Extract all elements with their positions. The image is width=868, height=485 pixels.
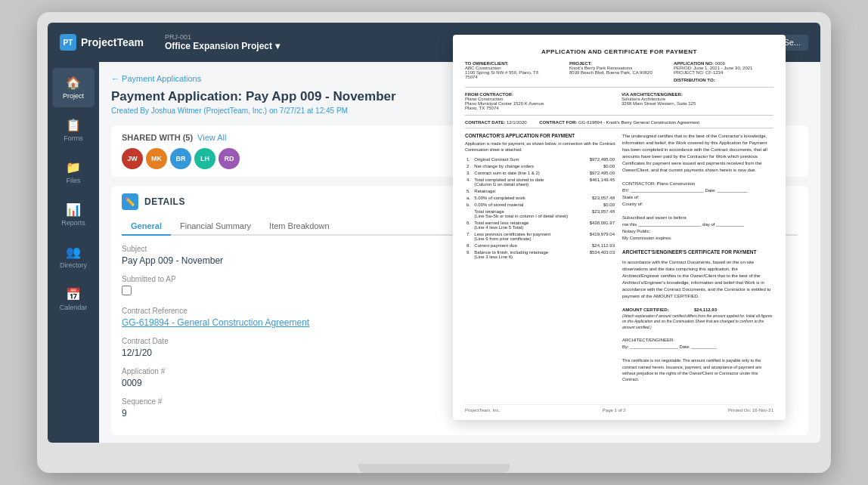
doc-owner-col: TO OWNER/CLIENT: ABC Construction1100 Sp… xyxy=(465,61,565,82)
doc-item-5b-num: b. xyxy=(465,201,473,208)
logo-text: ProjectTeam xyxy=(81,36,144,48)
doc-item-5a-num: a. xyxy=(465,194,473,201)
doc-attach-note: (Attach explanation if amount certified … xyxy=(622,314,773,331)
doc-non-negotiable: This certificate is not negotiable. The … xyxy=(622,357,773,382)
sidebar-item-files[interactable]: 📁 Files xyxy=(52,153,95,192)
chevron-down-icon: ▾ xyxy=(275,41,280,51)
doc-contractor-name: CONTRACTOR: Plano Construction xyxy=(622,181,773,187)
avatar-3: BR xyxy=(170,148,191,169)
doc-arch-cert-title: ARCHITECT'S/ENGINEER'S CERTIFICATE FOR P… xyxy=(622,249,773,256)
sidebar-label-files: Files xyxy=(66,177,80,184)
laptop-shell: PT ProjectTeam PRJ-001 Office Expansion … xyxy=(37,12,831,473)
sidebar-label-reports: Reports xyxy=(61,219,85,227)
shared-label: SHARED WITH (5) xyxy=(122,133,193,142)
contract-ref-link[interactable]: GG-619894 - General Construction Agreeme… xyxy=(122,317,309,328)
details-icon: ✏️ xyxy=(122,193,138,210)
details-title: DETAILS xyxy=(144,196,185,207)
sidebar-item-directory[interactable]: 👥 Directory xyxy=(52,237,95,276)
project-id: PRJ-001 xyxy=(165,33,280,41)
tab-item-breakdown[interactable]: Item Breakdown xyxy=(260,218,338,236)
doc-project-col: PROJECT: Knott's Berry Park Renovations8… xyxy=(569,61,669,82)
doc-item-8-amount: $24,112.93 xyxy=(584,242,616,249)
doc-county: County of: xyxy=(622,201,773,208)
doc-contract-for-value: GG-619894 - Knott's Berry General Constr… xyxy=(578,120,699,125)
doc-arch-by: By: ___________________ Date: __________ xyxy=(622,344,773,351)
doc-item-6-amount: $438,091.97 xyxy=(584,219,616,230)
submitted-ap-checkbox[interactable] xyxy=(122,286,132,295)
doc-item-7-amount: $419,979.04 xyxy=(584,230,616,242)
doc-distribution-label: DISTRIBUTION TO: xyxy=(674,78,773,82)
doc-item-5a-amount: $23,057.48 xyxy=(584,194,616,201)
doc-item-1-label: Original Contract Sum xyxy=(473,156,584,162)
doc-body: CONTRACTOR'S APPLICATION FOR PAYMENT App… xyxy=(465,133,773,382)
doc-footer-center: Page 1 of 2 xyxy=(603,408,626,412)
avatar-5: RD xyxy=(219,148,240,169)
doc-state: State of: xyxy=(622,194,773,201)
doc-arch-cert-text: In accordance with the Contract Document… xyxy=(622,259,773,300)
sidebar-item-project[interactable]: 🏠 Project xyxy=(52,68,95,107)
doc-amount-certified-value: $24,112.93 xyxy=(694,307,717,312)
doc-item-8-label: Current payment due xyxy=(473,242,584,249)
doc-owner-value: ABC Construction1100 Spring St NW # 550,… xyxy=(465,66,565,79)
sidebar-item-forms[interactable]: 📋 Forms xyxy=(52,110,95,150)
doc-item-5b-label: 0.00% of stored material xyxy=(473,201,584,208)
sidebar-item-reports[interactable]: 📊 Reports xyxy=(52,195,95,234)
doc-contractor-app-title: CONTRACTOR'S APPLICATION FOR PAYMENT xyxy=(465,133,616,138)
doc-notary: Notary Public: xyxy=(622,228,773,235)
doc-header-grid: TO OWNER/CLIENT: ABC Construction1100 Sp… xyxy=(465,61,773,88)
doc-item-4-num: 4. xyxy=(465,176,473,187)
doc-retainage-label: Total retainage(Line 5a+5b or total in c… xyxy=(473,208,584,219)
doc-item-2-num: 2. xyxy=(465,162,473,169)
sidebar-label-directory: Directory xyxy=(60,261,87,269)
project-selector: PRJ-001 Office Expansion Project ▾ xyxy=(165,33,280,51)
doc-item-4-amount: $461,149.45 xyxy=(584,176,616,187)
sidebar-label-forms: Forms xyxy=(64,134,83,142)
doc-item-8-num: 8. xyxy=(465,242,473,249)
avatar-1: JW xyxy=(122,148,143,169)
doc-contract-date-label: CONTRACT DATE: xyxy=(465,120,507,125)
doc-retainage-amount: $23,057.48 xyxy=(584,208,616,219)
doc-item-1-num: 1. xyxy=(465,156,473,162)
doc-item-7-num: 7. xyxy=(465,230,473,242)
tab-financial-summary[interactable]: Financial Summary xyxy=(171,218,260,236)
forms-icon: 📋 xyxy=(66,118,81,132)
doc-footer-right: Printed On: 16-Nov-21 xyxy=(728,408,773,412)
doc-amount-certified-label: AMOUNT CERTIFIED: $24,112.93 xyxy=(622,307,773,314)
home-icon: 🏠 xyxy=(66,76,81,90)
sidebar-item-calendar[interactable]: 📅 Calendar xyxy=(52,280,95,319)
calendar-icon: 📅 xyxy=(66,287,81,301)
project-name[interactable]: Office Expansion Project ▾ xyxy=(165,41,280,51)
doc-from-value: Plano ConstructionPlano Municipal Center… xyxy=(465,97,617,110)
doc-arch-label: ARCHITECT/ENGINEER: xyxy=(622,337,773,344)
doc-contract-for-label: CONTRACT FOR: xyxy=(539,120,577,125)
logo-icon: PT xyxy=(60,34,76,51)
doc-by-line: BY: _____________________________ Date: … xyxy=(622,187,773,194)
doc-right-col: The undersigned certifies that to the be… xyxy=(622,133,773,382)
tab-general[interactable]: General xyxy=(122,218,171,236)
sidebar: 🏠 Project 📋 Forms 📁 Files 📊 Reports 👥 xyxy=(48,62,99,443)
reports-icon: 📊 xyxy=(66,202,81,217)
doc-contract-date-value: 12/1/2020 xyxy=(507,120,527,125)
doc-cert-text: The undersigned certifies that to the be… xyxy=(622,133,773,174)
doc-via-value: Solutions Architecture3268 Main Street W… xyxy=(622,97,773,106)
sidebar-label-project: Project xyxy=(63,92,84,100)
doc-footer-left: ProjectTeam, Inc. xyxy=(465,408,500,412)
view-all-link[interactable]: View All xyxy=(197,133,226,142)
doc-item-4-label: Total completed and stored to date(Colum… xyxy=(473,176,584,187)
doc-from-grid: FROM CONTRACTOR: Plano ConstructionPlano… xyxy=(465,92,773,116)
doc-item-5-num: 5. xyxy=(465,187,473,194)
doc-item-2-label: Net change by change orders xyxy=(473,162,584,169)
doc-item-1-amount: $972,495.00 xyxy=(584,156,616,162)
doc-footer: ProjectTeam, Inc. Page 1 of 2 Printed On… xyxy=(465,404,773,412)
doc-item-2-amount: $0.00 xyxy=(584,162,616,169)
doc-subscribed: Subscribed and sworn to before xyxy=(622,215,773,221)
doc-project-value: Knott's Berry Park Renovations8039 Beach… xyxy=(569,66,669,75)
document-preview: APPLICATION AND CERTIFICATE FOR PAYMENT … xyxy=(453,35,786,420)
doc-item-6-num: 6. xyxy=(465,219,473,230)
doc-item-5a-label: 5.00% of completed work xyxy=(473,194,584,201)
doc-app-intro: Application is made for payment, as show… xyxy=(465,141,616,153)
directory-icon: 👥 xyxy=(66,245,81,259)
doc-item-9-amount: $534,403.03 xyxy=(584,249,616,260)
doc-item-9-num: 9. xyxy=(465,249,473,260)
laptop-base xyxy=(358,464,510,473)
